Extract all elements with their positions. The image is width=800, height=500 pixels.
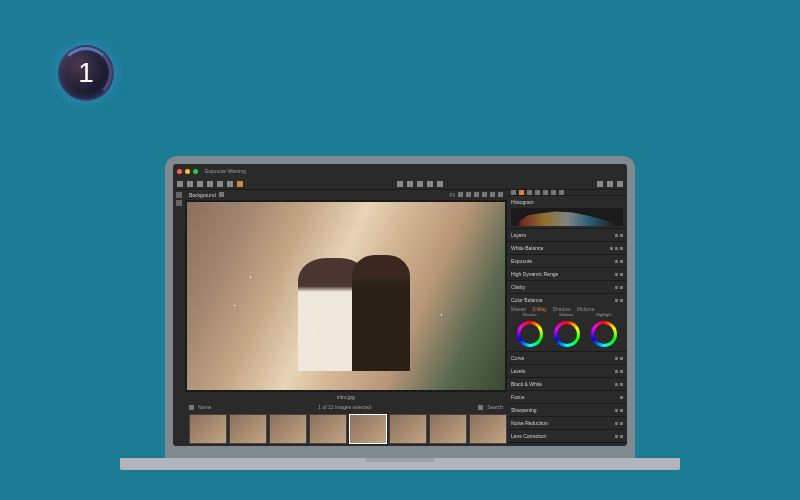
midtone-wheel[interactable]: [554, 321, 580, 347]
help-icon[interactable]: [615, 370, 618, 373]
thumbnail[interactable]: [269, 414, 307, 444]
redo-icon[interactable]: [427, 181, 433, 187]
heal-icon[interactable]: [227, 181, 233, 187]
star-icon[interactable]: [597, 181, 603, 187]
undo-icon[interactable]: [417, 181, 423, 187]
picker-icon[interactable]: [615, 247, 618, 250]
help-icon[interactable]: [615, 357, 618, 360]
library-tab-icon[interactable]: [176, 192, 182, 198]
search-icon[interactable]: [478, 405, 483, 410]
help-icon[interactable]: [615, 409, 618, 412]
maximize-icon[interactable]: [193, 169, 198, 174]
color-tag-icon[interactable]: [607, 181, 613, 187]
white-balance-panel: White Balance: [507, 242, 627, 255]
help-icon[interactable]: [615, 435, 618, 438]
app-window: Exposure Warning Background Fit intro.jp…: [173, 164, 627, 446]
help-icon[interactable]: [620, 396, 623, 399]
rotate-icon[interactable]: [397, 181, 403, 187]
cb-tab-midtone[interactable]: Midtone: [577, 306, 595, 312]
sharpening-panel: Sharpening: [507, 404, 627, 417]
reset-icon[interactable]: [620, 422, 623, 425]
rotate-right-icon[interactable]: [482, 192, 487, 197]
thumbnail[interactable]: [389, 414, 427, 444]
folder-icon[interactable]: [237, 181, 243, 187]
color-tab-icon[interactable]: [519, 190, 524, 195]
help-icon[interactable]: [610, 247, 613, 250]
panel-title[interactable]: Color Balance: [511, 297, 542, 303]
zoom-icon[interactable]: [458, 192, 463, 197]
panel-title[interactable]: Histogram: [511, 199, 534, 205]
copy-icon[interactable]: [407, 181, 413, 187]
reset-icon[interactable]: [620, 370, 623, 373]
reset-icon[interactable]: [620, 247, 623, 250]
thumbnail[interactable]: [429, 414, 467, 444]
details-tab-icon[interactable]: [535, 190, 540, 195]
viewer-canvas[interactable]: [185, 200, 507, 392]
annotation-icon[interactable]: [474, 192, 479, 197]
help-icon[interactable]: [615, 422, 618, 425]
name-sort-label[interactable]: Name: [198, 404, 211, 410]
metadata-tab-icon[interactable]: [551, 190, 556, 195]
add-layer-icon[interactable]: [219, 192, 224, 197]
sort-icon[interactable]: [189, 405, 194, 410]
help-icon[interactable]: [615, 273, 618, 276]
curve-panel: Curve: [507, 352, 627, 365]
help-icon[interactable]: [615, 286, 618, 289]
mask-icon[interactable]: [217, 181, 223, 187]
laptop-frame: Exposure Warning Background Fit intro.jp…: [165, 156, 635, 470]
thumbnail-strip[interactable]: [185, 412, 507, 446]
panel-title[interactable]: Lens Correction: [511, 433, 546, 439]
minimize-icon[interactable]: [185, 169, 190, 174]
sessions-tab-icon[interactable]: [176, 200, 182, 206]
help-icon[interactable]: [615, 383, 618, 386]
panel-title[interactable]: Focus: [511, 394, 525, 400]
reset-icon[interactable]: [620, 357, 623, 360]
fit-label[interactable]: Fit: [449, 192, 455, 198]
highlight-wheel[interactable]: [591, 321, 617, 347]
thumbnail[interactable]: [189, 414, 227, 444]
thumbnail[interactable]: [349, 414, 387, 444]
thumbnail[interactable]: [469, 414, 507, 444]
reset-icon[interactable]: [620, 260, 623, 263]
reset-icon[interactable]: [620, 435, 623, 438]
panel-title[interactable]: Sharpening: [511, 407, 537, 413]
eyedropper-icon[interactable]: [466, 192, 471, 197]
styles-tab-icon[interactable]: [543, 190, 548, 195]
panel-title[interactable]: Layers: [511, 232, 526, 238]
brush-icon[interactable]: [207, 181, 213, 187]
panel-title[interactable]: Curve: [511, 355, 524, 361]
reset-icon[interactable]: [620, 409, 623, 412]
reset-icon[interactable]: [620, 383, 623, 386]
arrow-icon[interactable]: [177, 181, 183, 187]
lens-tab-icon[interactable]: [511, 190, 516, 195]
reset-icon[interactable]: [437, 181, 443, 187]
flip-icon[interactable]: [490, 192, 495, 197]
reset-icon[interactable]: [620, 234, 623, 237]
adjustments-tab-icon[interactable]: [559, 190, 564, 195]
panel-title[interactable]: Exposure: [511, 258, 532, 264]
hand-icon[interactable]: [187, 181, 193, 187]
background-tab[interactable]: Background: [189, 192, 216, 198]
help-icon[interactable]: [615, 299, 618, 302]
panel-title[interactable]: Clarity: [511, 284, 525, 290]
panel-title[interactable]: Noise Reduction: [511, 420, 548, 426]
reset-icon[interactable]: [620, 286, 623, 289]
grid-icon[interactable]: [498, 192, 503, 197]
search-input[interactable]: Search: [487, 404, 503, 410]
help-icon[interactable]: [615, 234, 618, 237]
panel-title[interactable]: Levels: [511, 368, 525, 374]
help-icon[interactable]: [615, 260, 618, 263]
thumbnail[interactable]: [229, 414, 267, 444]
crop-icon[interactable]: [197, 181, 203, 187]
reset-icon[interactable]: [620, 299, 623, 302]
thumbnail[interactable]: [309, 414, 347, 444]
reset-icon[interactable]: [620, 273, 623, 276]
shadow-wheel[interactable]: [517, 321, 543, 347]
keystone-panel: Keystone: [507, 443, 627, 446]
panel-title[interactable]: White Balance: [511, 245, 543, 251]
close-icon[interactable]: [177, 169, 182, 174]
panel-title[interactable]: Black & White: [511, 381, 542, 387]
exposure-tab-icon[interactable]: [527, 190, 532, 195]
panel-title[interactable]: High Dynamic Range: [511, 271, 558, 277]
export-icon[interactable]: [617, 181, 623, 187]
